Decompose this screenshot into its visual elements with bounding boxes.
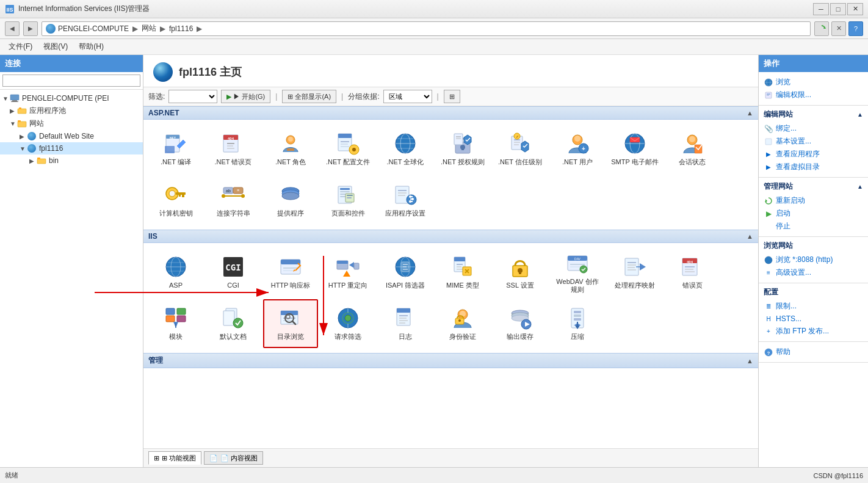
show-all-button[interactable]: ⊞ 全部显示(A) bbox=[282, 90, 336, 103]
icon-http-redirect[interactable]: HTTP 重定向 bbox=[320, 248, 375, 297]
section-header-iis[interactable]: IIS ▲ bbox=[143, 230, 758, 243]
breadcrumb-site[interactable]: fpl1116 bbox=[169, 24, 193, 33]
icon-asp[interactable]: ASP bbox=[148, 248, 203, 297]
tree-item-default-site[interactable]: ▶ Default Web Site bbox=[0, 130, 143, 142]
icon-modules[interactable]: 模块 bbox=[148, 299, 203, 348]
icon-session[interactable]: 会话状态 bbox=[665, 125, 720, 173]
filter-select[interactable] bbox=[168, 90, 217, 103]
icon-ssl[interactable]: SSL 设置 bbox=[493, 248, 548, 297]
icon-net-trust[interactable]: ✓ .NET 信任级别 bbox=[493, 125, 548, 173]
action-restart[interactable]: 重新启动 bbox=[764, 194, 863, 207]
tree-item-computer[interactable]: ▼ PENGLEI-COMPUTE (PEI bbox=[0, 92, 143, 104]
action-ftp[interactable]: + 添加 FTP 发布... bbox=[764, 325, 863, 338]
menu-help[interactable]: 帮助(H) bbox=[74, 40, 109, 53]
icon-machine-key[interactable]: 计算机密钥 bbox=[148, 176, 203, 225]
sidebar-header: 连接 bbox=[0, 55, 143, 72]
icon-net-error[interactable]: 404 .NET 错误页 bbox=[206, 125, 261, 173]
icon-handler[interactable]: 处理程序映射 bbox=[607, 248, 662, 297]
icon-connection[interactable]: ab ≡ 连接字符串 bbox=[206, 176, 261, 225]
tree-label-bin: bin bbox=[49, 156, 59, 165]
icon-compress[interactable]: 压缩 bbox=[550, 299, 605, 348]
icon-smtp[interactable]: SMTP 电子邮件 bbox=[607, 125, 662, 173]
stop-button[interactable]: ✕ bbox=[831, 21, 846, 36]
groupby-select[interactable]: 区域 bbox=[383, 90, 432, 103]
icon-dir-browse[interactable]: 目录浏览 bbox=[263, 299, 318, 348]
action-start[interactable]: ▶ 启动 bbox=[764, 207, 863, 220]
action-group-browse: 浏览 编辑权限... bbox=[759, 72, 868, 106]
action-view-dirs[interactable]: ▶ 查看虚拟目录 bbox=[764, 161, 863, 173]
section-header-manage[interactable]: 管理 ▲ bbox=[143, 353, 758, 368]
svg-rect-169 bbox=[397, 308, 410, 313]
action-view-apps[interactable]: ▶ 查看应用程序 bbox=[764, 148, 863, 161]
net-user-icon: + bbox=[565, 131, 590, 156]
tree-item-bin[interactable]: ▶ bin bbox=[0, 154, 143, 167]
icon-log[interactable]: 日志 bbox=[378, 299, 433, 348]
icon-cgi[interactable]: CGI CGI bbox=[206, 248, 261, 297]
icon-net-compile[interactable]: NET .NET 编译 bbox=[148, 125, 203, 173]
icon-webdav[interactable]: DAV WebDAV 创作规则 bbox=[550, 248, 605, 297]
tab-functional[interactable]: ⊞ ⊞ 功能视图 bbox=[148, 451, 201, 465]
log-label: 日志 bbox=[399, 333, 412, 341]
breadcrumb-sites[interactable]: 网站 bbox=[142, 23, 156, 34]
maximize-button[interactable]: □ bbox=[830, 3, 846, 15]
action-help[interactable]: ? 帮助 bbox=[764, 346, 863, 358]
title-bar: IIS Internet Information Services (IIS)管… bbox=[0, 0, 868, 18]
icon-request-filter[interactable]: 请求筛选 bbox=[320, 299, 375, 348]
icon-provider[interactable]: 提供程序 bbox=[263, 176, 318, 225]
forward-button[interactable]: ▶ bbox=[23, 21, 38, 36]
grid-view-icon: ⊞ bbox=[154, 454, 159, 462]
icon-net-auth[interactable]: .NET 授权规则 bbox=[435, 125, 490, 173]
action-hsts[interactable]: H HSTS... bbox=[764, 313, 863, 325]
svg-text:404: 404 bbox=[228, 137, 234, 140]
section-title-aspnet: ASP.NET bbox=[148, 109, 179, 117]
tree-item-sites[interactable]: ▼ 网站 bbox=[0, 117, 143, 130]
svg-text:+: + bbox=[582, 145, 585, 152]
action-limits[interactable]: ≣ 限制... bbox=[764, 300, 863, 313]
icon-app-settings[interactable]: 应用程序设置 bbox=[378, 176, 433, 225]
icon-auth[interactable]: 身份验证 bbox=[435, 299, 490, 348]
tree-item-apppool[interactable]: ▶ 应用程序池 bbox=[0, 104, 143, 117]
action-browse-web[interactable]: 浏览 *:8088 (http) bbox=[764, 253, 863, 266]
menu-file[interactable]: 文件(F) bbox=[4, 40, 37, 53]
tab-content[interactable]: 📄 📄 内容视图 bbox=[204, 451, 263, 465]
breadcrumb-computer[interactable]: PENGLEI-COMPUTE bbox=[58, 24, 129, 33]
action-binding[interactable]: 📎 绑定... bbox=[764, 122, 863, 135]
icon-error-page[interactable]: 404 错误页 bbox=[665, 248, 720, 297]
svg-rect-7 bbox=[19, 107, 21, 109]
help-button[interactable]: ? bbox=[848, 21, 863, 36]
net-auth-icon bbox=[450, 131, 475, 156]
svg-rect-63 bbox=[182, 195, 184, 197]
action-basic-settings[interactable]: 基本设置... bbox=[764, 135, 863, 148]
action-advanced[interactable]: ≡ 高级设置... bbox=[764, 266, 863, 279]
default-doc-icon bbox=[221, 306, 245, 330]
search-input[interactable] bbox=[2, 74, 140, 87]
icon-net-role[interactable]: .NET 角色 bbox=[263, 125, 318, 173]
pages-label: 页面和控件 bbox=[331, 209, 365, 217]
icon-default-doc[interactable]: 默认文档 bbox=[206, 299, 261, 348]
action-edit-perms[interactable]: 编辑权限... bbox=[764, 89, 863, 101]
menu-bar: 文件(F) 视图(V) 帮助(H) bbox=[0, 39, 868, 55]
icon-net-user[interactable]: + .NET 用户 bbox=[550, 125, 605, 173]
icon-http-response[interactable]: HTTP 响应标 bbox=[263, 248, 318, 297]
svg-rect-64 bbox=[179, 195, 181, 197]
icon-isapi[interactable]: ISAPI 筛选器 bbox=[378, 248, 433, 297]
action-browse[interactable]: 浏览 bbox=[764, 76, 863, 89]
action-stop[interactable]: 停止 bbox=[764, 220, 863, 233]
start-filter-button[interactable]: ▶ ▶ 开始(G) bbox=[221, 90, 270, 103]
section-header-aspnet[interactable]: ASP.NET ▲ bbox=[143, 106, 758, 120]
icon-net-global[interactable]: .NET 全球化 bbox=[378, 125, 433, 173]
close-button[interactable]: ✕ bbox=[847, 3, 863, 15]
svg-rect-83 bbox=[347, 195, 353, 196]
icon-pages[interactable]: 页面和控件 bbox=[320, 176, 375, 225]
back-button[interactable]: ◀ bbox=[5, 21, 20, 36]
refresh-button[interactable] bbox=[814, 21, 829, 36]
minimize-button[interactable]: ─ bbox=[813, 3, 829, 15]
view-button[interactable]: ⊞ bbox=[444, 90, 460, 103]
icon-output-cache[interactable]: 输出缓存 bbox=[493, 299, 548, 348]
svg-rect-84 bbox=[347, 197, 352, 198]
mime-icon bbox=[450, 255, 475, 279]
tree-item-fpl1116[interactable]: ▼ fpl1116 bbox=[0, 142, 143, 154]
icon-net-config[interactable]: .NET 配置文件 bbox=[320, 125, 375, 173]
icon-mime[interactable]: MIME 类型 bbox=[435, 248, 490, 297]
menu-view[interactable]: 视图(V) bbox=[38, 40, 73, 53]
